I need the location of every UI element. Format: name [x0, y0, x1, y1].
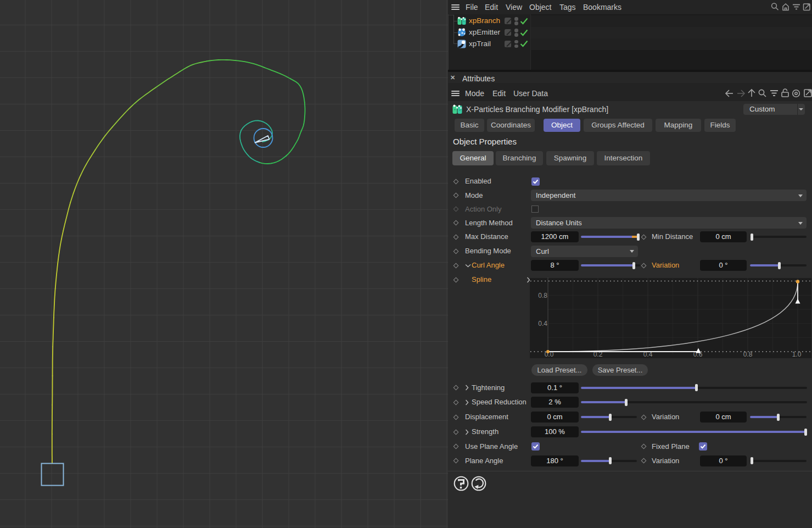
svg-text:1.0: 1.0 — [792, 351, 802, 358]
svg-text:0.8: 0.8 — [538, 292, 547, 299]
svg-text:0.4: 0.4 — [538, 320, 547, 327]
